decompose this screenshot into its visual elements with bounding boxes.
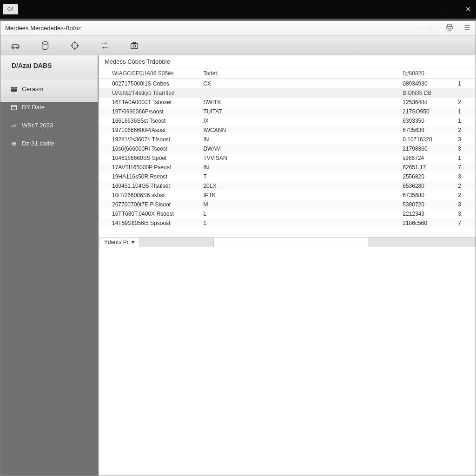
table-row[interactable]: 17AVTI165000P PseostIN62651.177	[99, 163, 476, 172]
table-cell: IWCANN	[198, 126, 398, 135]
sidebar-item-label: WSc7 2033	[22, 122, 53, 129]
table-cell: 62651.17	[398, 163, 453, 172]
table-body: 0027175000I1S CobesCX089349301UAshtp/T4s…	[99, 79, 476, 228]
table-cell: 3	[453, 172, 476, 181]
sidebar-item-date[interactable]: DY Date	[0, 98, 98, 116]
table-cell: 1	[453, 107, 476, 116]
target-icon[interactable]	[69, 40, 80, 51]
table-cell: 2	[453, 181, 476, 191]
table-row[interactable]: 19HA116s50R RseostT25568203	[99, 172, 476, 181]
toolbar	[0, 36, 476, 55]
table-cell: IX	[198, 116, 398, 126]
outer-window-controls: ― — ✕	[435, 5, 476, 13]
table-row[interactable]: 16TT680T.0400X RsoostL22123433	[99, 209, 476, 218]
table-cell: UAshtp/T4stkyp Tearrited	[99, 88, 198, 98]
app-window-controls: — —	[412, 24, 471, 33]
table-cell: 16TT680T.0400X Rsoost	[99, 209, 198, 218]
table-row[interactable]: 10iT/266006S6 skbstIPTK67356802	[99, 191, 476, 200]
sidebar-item-wsc[interactable]: WSc7 2033	[0, 116, 98, 134]
outer-tab[interactable]: 04	[3, 4, 18, 14]
table-cell: 19281/2s3607ri Tfsoost	[99, 135, 198, 144]
col-header-count[interactable]	[453, 68, 476, 79]
chart-icon	[11, 122, 17, 129]
svg-point-6	[13, 46, 14, 48]
table-cell: 3	[453, 200, 476, 209]
table-cell	[453, 88, 476, 98]
app-title: Merdees Mercededes-Boînz	[5, 25, 81, 32]
sidebar-item-gerasm[interactable]: Gerasm	[0, 80, 98, 98]
table-cell: M	[198, 200, 398, 209]
gear-icon	[11, 140, 17, 147]
table-row[interactable]: 16s6{666000Ri TsoostDWAM217983603	[99, 144, 476, 153]
close-icon[interactable]: ✕	[465, 5, 471, 13]
table-row[interactable]: 0027175000I1S CobesCX089349301	[99, 79, 476, 89]
table-cell: 6735638	[398, 126, 453, 135]
table-cell: 1046186660SS Spoet	[99, 153, 198, 163]
svg-rect-20	[12, 105, 17, 110]
footer-bar: Ydents Pr ▾	[99, 237, 476, 247]
table-cell: 6735680	[398, 191, 453, 200]
svg-point-15	[133, 45, 136, 47]
table-row[interactable]: 1046186660SS SpoetTVVISANs9867241	[99, 153, 476, 163]
sidebar: D/Azai DABS Gerasm DY Date WSc7 2033 Dz-…	[0, 55, 98, 476]
col-header-code[interactable]: WIAGC/0E0UA06 S05és	[99, 68, 198, 79]
table-cell: TUITAT	[198, 107, 398, 116]
table-cell: 0027175000I1S Cobes	[99, 79, 198, 89]
table-cell: 19T/6996066P/soost	[99, 107, 198, 116]
footer-select[interactable]: Ydents Pr ▾	[99, 238, 139, 247]
table-row[interactable]: 16616636S5st TseostIX63933501	[99, 116, 476, 126]
col-header-value[interactable]: 0;/80820	[398, 68, 453, 79]
sidebar-items: Gerasm DY Date WSc7 2033 Dz-31 codte	[0, 76, 98, 152]
table-row[interactable]: 267700700t7E:P SisootM53907203	[99, 200, 476, 209]
table-cell: T	[198, 172, 398, 181]
svg-rect-19	[12, 90, 17, 91]
vehicle-icon[interactable]	[10, 40, 21, 51]
table-row[interactable]: 14T59S6056t5 Spsoost12186c5607	[99, 218, 476, 228]
restore-icon[interactable]: —	[450, 5, 457, 13]
table-cell: 19HA116s50R Rseost	[99, 172, 198, 181]
database-icon[interactable]	[40, 40, 51, 51]
footer-block-2	[368, 238, 475, 247]
table-cell: 6536280	[398, 181, 453, 191]
table-cell: 1	[198, 218, 398, 228]
table-cell: 1	[453, 116, 476, 126]
svg-point-22	[13, 142, 16, 145]
table-cell: 2556820	[398, 172, 453, 181]
table-row[interactable]: 160451.104G5 Tfsulset20LX65362802	[99, 181, 476, 191]
table-row[interactable]: 19281/2s3607ri TfsoostIN0.107163203	[99, 135, 476, 144]
table-cell: L	[198, 209, 398, 218]
table-cell: 17AVTI165000P Pseost	[99, 163, 198, 172]
codes-table-wrap: WIAGC/0E0UA06 S05és Todet. 0;/80820 0027…	[99, 68, 476, 228]
table-cell: IN	[198, 163, 398, 172]
sidebar-item-code[interactable]: Dz-31 codte	[0, 134, 98, 152]
col-header-type[interactable]: Todet.	[198, 68, 398, 79]
table-cell: 6393350	[398, 116, 453, 126]
table-cell: 5390720	[398, 200, 453, 209]
camera-icon[interactable]	[129, 40, 140, 51]
table-cell: 217SO950	[398, 107, 453, 116]
table-cell: 2	[453, 191, 476, 200]
table-cell: 3	[453, 135, 476, 144]
swap-icon[interactable]	[99, 40, 110, 51]
print-icon[interactable]	[446, 24, 453, 33]
body-area: D/Azai DABS Gerasm DY Date WSc7 2033 Dz-…	[0, 55, 476, 476]
svg-rect-18	[12, 89, 17, 90]
table-cell: 1	[453, 153, 476, 163]
table-cell: 0.10716320	[398, 135, 453, 144]
table-row[interactable]: 19710666600P/AsostIWCANN67356382	[99, 126, 476, 135]
table-cell: 19710666600P/Asost	[99, 126, 198, 135]
svg-point-9	[72, 42, 78, 48]
table-row[interactable]: UAshtp/T4stkyp TearritedBiON35 DB	[99, 88, 476, 98]
svg-rect-0	[447, 25, 451, 26]
menu-icon[interactable]	[463, 24, 471, 33]
table-cell: 1253648d	[398, 98, 453, 107]
table-row[interactable]: 16TTA0A0000T TsbosetSWITK1253648d2	[99, 98, 476, 107]
table-cell: s986724	[398, 153, 453, 163]
restore-icon[interactable]: —	[429, 25, 436, 32]
table-row[interactable]: 19T/6996066P/soostTUITAT217SO9501	[99, 107, 476, 116]
minimize-icon[interactable]: ―	[435, 5, 442, 13]
app-titlebar: Merdees Mercededes-Boînz — —	[0, 21, 476, 36]
minimize-icon[interactable]: —	[412, 25, 419, 32]
sidebar-item-label: Dz-31 codte	[22, 140, 54, 147]
chevron-down-icon: ▾	[132, 239, 134, 245]
